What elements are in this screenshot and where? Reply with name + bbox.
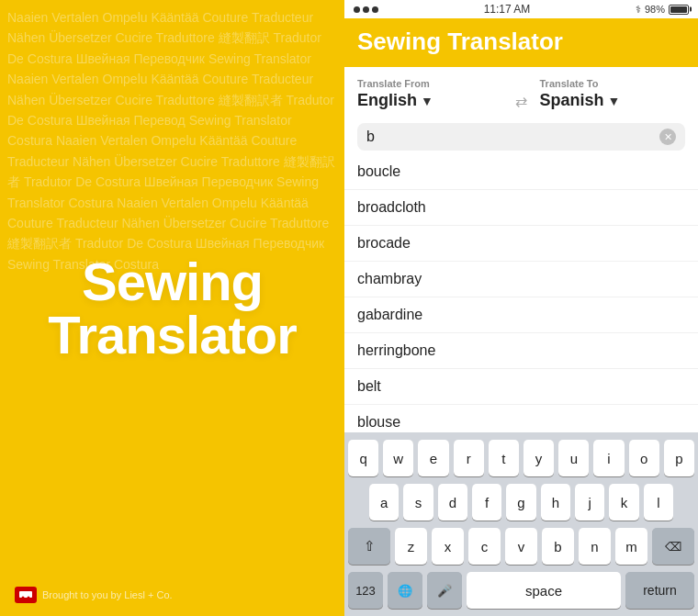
translate-to-value: Spanish [540,91,604,110]
bluetooth-icon: ⚕ [636,4,641,16]
autocomplete-item[interactable]: gabardine [344,297,698,333]
keyboard-row-2: asdfghjkl [348,484,694,521]
translate-to-select[interactable]: Spanish ▼ [540,91,686,110]
key-x[interactable]: x [432,528,464,565]
key-g[interactable]: g [506,484,535,521]
key-e[interactable]: e [418,440,448,476]
keyboard: qwertyuiop asdfghjkl ⇧zxcvbnm⌫ 123🌐🎤spac… [344,432,698,616]
translate-from-value: English [357,91,417,110]
status-bar: 11:17 AM ⚕ 98% [344,0,698,18]
app-title: Sewing Translator [357,28,685,56]
key-y[interactable]: y [524,440,554,476]
microphone-key[interactable]: 🎤 [427,572,462,609]
battery-fill [670,6,687,13]
svg-point-1 [22,597,25,599]
autocomplete-list: bouclebroadclothbrocadechambraygabardine… [344,154,698,432]
autocomplete-item[interactable]: chambray [344,262,698,297]
key-c[interactable]: c [468,528,501,565]
key-u[interactable]: u [558,440,589,476]
space-key[interactable]: space [467,572,621,609]
search-clear-button[interactable]: ✕ [659,129,676,145]
search-box[interactable]: ✕ [357,123,685,151]
key-q[interactable]: q [348,440,378,476]
key-t[interactable]: t [489,440,519,476]
keyboard-bottom-row: 123🌐🎤spacereturn [348,572,694,609]
numbers-key[interactable]: 123 [348,572,383,609]
key-j[interactable]: j [575,484,604,521]
left-panel: Naaien Vertalen Ompelu Kääntää Couture T… [0,0,344,616]
swap-icon[interactable]: ⇄ [515,93,527,110]
key-o[interactable]: o [629,440,659,476]
signal-dot-1 [354,6,360,13]
status-time: 11:17 AM [484,3,531,16]
key-l[interactable]: l [644,484,673,521]
autocomplete-item[interactable]: blouse [344,405,698,432]
battery-percent: 98% [645,4,665,15]
autocomplete-item[interactable]: brocade [344,226,698,262]
battery-icon [669,5,689,15]
key-a[interactable]: a [369,484,399,521]
translate-from-select[interactable]: English ▼ [357,91,503,110]
from-dropdown-arrow: ▼ [421,94,433,108]
svg-point-2 [28,597,30,599]
autocomplete-item[interactable]: belt [344,369,698,405]
swap-col: ⇄ [503,78,540,110]
key-v[interactable]: v [505,528,537,565]
autocomplete-item[interactable]: broadcloth [344,190,698,226]
return-key[interactable]: return [625,572,694,609]
autocomplete-item[interactable]: herringbone [344,333,698,369]
key-s[interactable]: s [403,484,433,521]
shift-key[interactable]: ⇧ [348,528,390,565]
key-p[interactable]: p [664,440,694,476]
key-h[interactable]: h [541,484,570,521]
app-logo-title: Sewing Translator [48,255,296,362]
svg-rect-0 [19,591,32,598]
key-i[interactable]: i [593,440,624,476]
key-r[interactable]: r [454,440,484,476]
app-header: Sewing Translator [344,18,698,67]
key-n[interactable]: n [579,528,611,565]
key-w[interactable]: w [383,440,413,476]
translate-from-label: Translate From [357,78,503,89]
right-panel: 11:17 AM ⚕ 98% Sewing Translator Transla… [344,0,698,616]
key-z[interactable]: z [395,528,427,565]
globe-key[interactable]: 🌐 [388,572,422,609]
sewing-machine-icon [15,587,37,603]
search-input[interactable] [366,129,659,145]
keyboard-row-3: ⇧zxcvbnm⌫ [348,528,694,565]
signal-dot-3 [372,6,378,13]
key-d[interactable]: d [438,484,467,521]
autocomplete-item[interactable]: boucle [344,154,698,190]
credit-text: Brought to you by Liesl + Co. [42,589,173,600]
translate-to-label: Translate To [540,78,686,89]
key-f[interactable]: f [472,484,501,521]
translate-to-col: Translate To Spanish ▼ [540,78,686,110]
keyboard-row-1: qwertyuiop [348,440,694,476]
signal-dots [354,6,378,13]
language-row: Translate From English ▼ ⇄ Translate To … [344,67,698,118]
key-m[interactable]: m [615,528,647,565]
delete-key[interactable]: ⌫ [652,528,694,565]
credit-row: Brought to you by Liesl + Co. [15,587,173,603]
key-b[interactable]: b [542,528,574,565]
signal-dot-2 [363,6,369,13]
to-dropdown-arrow: ▼ [608,94,621,108]
translate-from-col: Translate From English ▼ [357,78,503,110]
status-right: ⚕ 98% [636,4,689,16]
key-k[interactable]: k [609,484,638,521]
